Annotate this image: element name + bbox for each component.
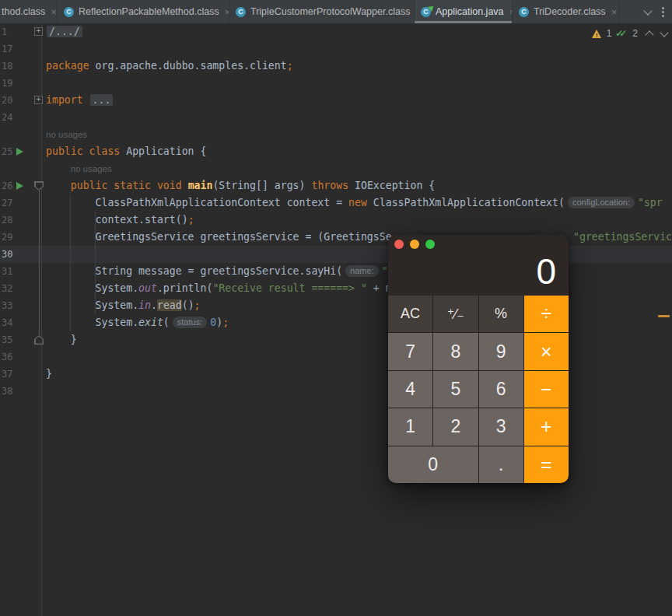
calc-button-9[interactable]: 9 bbox=[479, 333, 523, 369]
usages-hint[interactable]: no usages bbox=[46, 126, 87, 143]
calc-button-0[interactable]: 0 bbox=[388, 446, 478, 483]
fold-start-icon[interactable] bbox=[34, 181, 44, 191]
calc-button-×[interactable]: × bbox=[524, 333, 569, 369]
code-token: Application { bbox=[120, 145, 206, 157]
chevron-down-icon[interactable] bbox=[643, 6, 652, 15]
code-token: System. bbox=[46, 282, 138, 294]
calc-button-6[interactable]: 6 bbox=[479, 371, 523, 408]
code-token bbox=[83, 94, 89, 106]
line-number: 32 bbox=[2, 280, 36, 297]
tab-label: thod.class bbox=[2, 6, 45, 17]
calc-button-8[interactable]: 8 bbox=[433, 333, 478, 369]
code-token: String message = greetingsService.sayHi( bbox=[46, 265, 342, 277]
calc-button-+[interactable]: + bbox=[524, 408, 569, 445]
run-gutter-icon[interactable] bbox=[16, 148, 23, 156]
code-line: /.../ bbox=[46, 23, 83, 40]
class-icon: C bbox=[64, 7, 74, 17]
code-line: GreetingsService greetingsService = (Gre… bbox=[46, 229, 392, 246]
line-number: 28 bbox=[2, 212, 36, 229]
calc-button-.[interactable]: . bbox=[479, 446, 523, 483]
calc-button-−[interactable]: − bbox=[524, 371, 569, 408]
fold-range-line bbox=[39, 191, 40, 335]
warning-icon: ! bbox=[592, 30, 602, 38]
calc-button-3[interactable]: 3 bbox=[479, 408, 523, 445]
code-token: () bbox=[182, 299, 194, 311]
code-token: IOException { bbox=[348, 180, 435, 191]
code-token: ; bbox=[222, 317, 229, 328]
line-number: 36 bbox=[2, 348, 36, 366]
tab-bar-tools bbox=[645, 0, 672, 23]
code-token: System. bbox=[46, 299, 138, 311]
inspections-widget[interactable]: ! 1 ✓✓ 2 bbox=[592, 27, 667, 40]
code-token: public class bbox=[46, 145, 120, 157]
inlay-hint: name: bbox=[345, 265, 379, 277]
tab-label: Application.java bbox=[436, 6, 504, 17]
calc-button-⁺⁄₋[interactable]: ⁺⁄₋ bbox=[433, 296, 478, 332]
calc-button-AC[interactable]: AC bbox=[388, 296, 432, 332]
run-gutter-icon[interactable] bbox=[16, 182, 23, 190]
code-token: (String[] args) bbox=[212, 180, 311, 191]
warning-count: 1 bbox=[607, 28, 612, 39]
code-line: System.in.read(); bbox=[46, 297, 201, 314]
code-token: } bbox=[46, 334, 77, 345]
fold-expand-icon[interactable]: + bbox=[34, 27, 43, 36]
calc-button-%[interactable]: % bbox=[479, 296, 523, 332]
line-number: 24 bbox=[2, 109, 36, 126]
line-number: 1 bbox=[2, 23, 36, 40]
calc-button-1[interactable]: 1 bbox=[388, 408, 432, 445]
line-number: 37 bbox=[2, 366, 36, 383]
fold-expand-icon[interactable]: + bbox=[34, 96, 43, 104]
previous-problem-icon[interactable] bbox=[645, 30, 653, 39]
code-line: } bbox=[46, 331, 77, 348]
next-problem-icon[interactable] bbox=[660, 28, 668, 37]
code-token: } bbox=[46, 368, 52, 380]
editor-tab[interactable]: CTripleCustomerProtocolWapper.class× bbox=[229, 0, 415, 23]
zoom-button[interactable] bbox=[425, 240, 435, 249]
editor-tab[interactable]: CApplication.java× bbox=[415, 0, 513, 23]
editor-tab[interactable]: CReflectionPackableMethod.class× bbox=[58, 0, 229, 23]
code-token: context.start() bbox=[46, 214, 188, 226]
line-number: 33 bbox=[2, 297, 36, 314]
code-token: . bbox=[151, 299, 157, 311]
calc-button-7[interactable]: 7 bbox=[388, 333, 432, 369]
code-token: main bbox=[182, 180, 213, 191]
tab-label: TripleCustomerProtocolWapper.class bbox=[250, 6, 410, 17]
tab-close-icon[interactable]: × bbox=[51, 7, 57, 17]
code-line: } bbox=[46, 366, 52, 383]
minimize-button[interactable] bbox=[410, 240, 419, 249]
code-token: GreetingsService greetingsService = (Gre… bbox=[46, 231, 392, 243]
calc-button-2[interactable]: 2 bbox=[433, 408, 478, 445]
more-vertical-icon[interactable] bbox=[662, 7, 664, 17]
code-token bbox=[46, 180, 71, 191]
editor-tab[interactable]: thod.class× bbox=[0, 0, 58, 23]
code-token: ; bbox=[287, 60, 293, 72]
calc-button-÷[interactable]: ÷ bbox=[524, 296, 569, 332]
class-icon: C bbox=[236, 7, 246, 17]
code-token: exit bbox=[138, 317, 163, 328]
code-line: System.exit(status:0); bbox=[46, 314, 229, 331]
line-number: 31 bbox=[2, 263, 36, 280]
editor-area[interactable]: 1+/.../1718package org.apache.dubbo.samp… bbox=[0, 23, 672, 616]
line-number: 34 bbox=[2, 314, 36, 331]
line-number: 38 bbox=[2, 383, 36, 400]
code-token: " bbox=[382, 265, 388, 277]
code-line: public class Application { bbox=[46, 143, 206, 160]
close-button[interactable] bbox=[394, 240, 404, 249]
scrollbar-warning-stripe bbox=[658, 315, 670, 317]
fold-end-icon[interactable] bbox=[34, 335, 44, 345]
code-token: ... bbox=[90, 94, 114, 106]
code-token: out bbox=[138, 282, 157, 294]
usages-hint[interactable]: no usages bbox=[71, 160, 112, 177]
tab-close-icon[interactable]: × bbox=[611, 7, 618, 17]
calc-button-5[interactable]: 5 bbox=[433, 371, 478, 408]
code-line: System.out.println("Receive result =====… bbox=[46, 280, 392, 297]
calc-button-4[interactable]: 4 bbox=[388, 371, 432, 408]
code-token: "greetingsServic bbox=[573, 231, 672, 243]
current-line-highlight bbox=[0, 246, 672, 263]
calc-button-=[interactable]: = bbox=[524, 446, 569, 483]
editor-tab[interactable]: CTriDecoder.class× bbox=[513, 0, 620, 23]
code-line: public static void main(String[] args) t… bbox=[46, 177, 435, 194]
gutter-separator bbox=[41, 23, 42, 616]
code-token: in bbox=[138, 299, 151, 311]
tab-list: thod.class×CReflectionPackableMethod.cla… bbox=[0, 0, 620, 23]
